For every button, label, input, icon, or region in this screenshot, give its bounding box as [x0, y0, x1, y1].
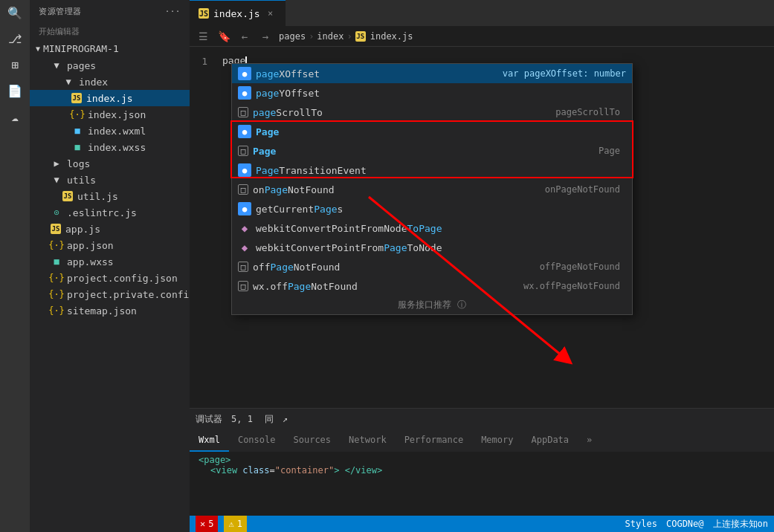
autocomplete-item-pageXOffset[interactable]: ● pageXOffset var pageXOffset: number — [232, 64, 632, 83]
sidebar-item-index-js[interactable]: JS index.js — [30, 90, 190, 106]
ac-label-5: Page — [253, 146, 599, 157]
breadcrumb-pages[interactable]: pages — [279, 31, 306, 42]
json-file-icon: {·} — [71, 108, 83, 120]
git-icon[interactable]: ⎇ — [8, 32, 22, 46]
project-private-label: project.private.config.js... — [67, 289, 190, 300]
ac-label-6: PageTransitionEvent — [256, 165, 620, 176]
json-icon-private: {·} — [51, 288, 62, 300]
panel-line-1: <page> — [199, 455, 765, 465]
sidebar-item-index-wxss[interactable]: ■ index.wxss — [30, 139, 190, 155]
sitemap-label: sitemap.json — [67, 305, 137, 317]
project-config-label: project.config.json — [67, 273, 178, 284]
search-icon[interactable]: 🔍 — [7, 6, 22, 20]
json-icon-sitemap: {·} — [51, 305, 62, 317]
panel-toolbar: 调试器 5, 1 同 ↗ — [190, 409, 774, 429]
extensions-icon[interactable]: ⊞ — [11, 58, 19, 72]
sidebar-item-app-json[interactable]: {·} app.json — [30, 237, 190, 253]
panel-tab-appdata[interactable]: AppData — [522, 429, 578, 452]
folder-open-icon-2: ▼ — [62, 76, 74, 88]
autocomplete-item-getCurrentPages[interactable]: ● getCurrentPages — [232, 199, 632, 218]
sidebar-item-index-json[interactable]: {·} index.json — [30, 106, 190, 123]
tag-page: <page> — [199, 455, 230, 465]
sidebar-item-project-private[interactable]: {·} project.private.config.js... — [30, 286, 190, 302]
panel-tab-performance[interactable]: Performance — [396, 429, 472, 452]
bookmark-icon[interactable]: 🔖 — [216, 29, 231, 44]
sidebar-item-index-wxml[interactable]: ■ index.wxml — [30, 123, 190, 139]
editor-area: JS index.js × ☰ 🔖 ← → pages › index › JS — [190, 0, 774, 532]
autocomplete-item-pageYOffset[interactable]: ● pageYOffset — [232, 83, 632, 103]
folder-label-2: index — [79, 77, 108, 88]
files-icon[interactable]: 📄 — [7, 84, 22, 98]
autocomplete-item-webkit1[interactable]: ◆ webkitConvertPointFromNodeToPage — [232, 218, 632, 238]
sidebar-item-pages[interactable]: ▼ pages — [30, 57, 190, 74]
status-warnings[interactable]: ⚠ 1 — [224, 516, 246, 532]
sidebar-item-logs[interactable]: ▶ logs — [30, 155, 190, 172]
sidebar-item-project-config[interactable]: {·} project.config.json — [30, 270, 190, 286]
autocomplete-item-Page-1[interactable]: ● Page — [232, 122, 632, 141]
ac-detail-1: var pageXOffset: number — [503, 68, 626, 79]
ac-icon-circle-3: ● — [238, 125, 251, 138]
breadcrumb-sep-1: › — [309, 31, 314, 42]
error-count: 5 — [208, 519, 213, 529]
ac-icon-circle-4: ● — [238, 163, 251, 177]
sidebar-item-eslintrc[interactable]: ⊙ .eslintrc.js — [30, 204, 190, 221]
panel-tab-wxml[interactable]: Wxml — [190, 429, 229, 452]
editor-tab-index-js[interactable]: JS index.js × — [190, 0, 286, 26]
panel-tab-more[interactable]: » — [578, 429, 601, 452]
hamburger-icon[interactable]: ☰ — [196, 29, 210, 44]
status-bar: ✕ 5 ⚠ 1 Styles COGDNe@ 上连接未知on — [190, 516, 774, 532]
breadcrumb: pages › index › JS index.js — [279, 26, 413, 47]
ac-icon-square-4: □ — [238, 262, 248, 272]
bottom-panel: 调试器 5, 1 同 ↗ Wxml Console Sources Networ… — [190, 408, 774, 516]
util-js-label: util.js — [77, 191, 118, 202]
panel-tab-network[interactable]: Network — [340, 429, 396, 452]
logs-label: logs — [67, 158, 90, 169]
breadcrumb-index[interactable]: index — [317, 31, 344, 42]
eslint-icon: ⊙ — [51, 207, 62, 218]
autocomplete-item-pageScrollTo[interactable]: □ pageScrollTo pageScrollTo — [232, 103, 632, 122]
ac-icon-circle-2: ● — [238, 86, 251, 100]
maximize-icon[interactable]: ↗ — [283, 414, 288, 424]
ac-label-1: pageXOffset — [256, 68, 503, 80]
sidebar-item-utils[interactable]: ▼ utils — [30, 172, 190, 188]
panel-tab-console[interactable]: Console — [229, 429, 285, 452]
status-cogdne: COGDNe@ — [666, 519, 704, 529]
warn-icon: ⚠ — [228, 519, 233, 529]
status-styles[interactable]: Styles — [625, 519, 657, 529]
autocomplete-item-Page-2[interactable]: □ Page Page — [232, 141, 632, 160]
file-label-json: index.json — [88, 109, 146, 120]
autocomplete-item-wx-offPageNotFound[interactable]: □ wx.offPageNotFound wx.offPageNotFound — [232, 276, 632, 296]
eslintrc-label: .eslintrc.js — [67, 207, 137, 218]
cloud-icon[interactable]: ☁ — [11, 110, 19, 124]
attr-class: class — [242, 465, 269, 476]
editor-toolbar: ☰ 🔖 ← → pages › index › JS index.js — [190, 26, 774, 47]
autocomplete-item-onPageNotFound[interactable]: □ onPageNotFound onPageNotFound — [232, 180, 632, 199]
line-number-1: 1 — [190, 56, 219, 67]
sidebar-item-index-folder[interactable]: ▼ index — [30, 74, 190, 90]
panel-tab-sources[interactable]: Sources — [284, 429, 340, 452]
sidebar-title: 资源管理器 — [39, 6, 82, 17]
sidebar-item-app-wxss[interactable]: ■ app.wxss — [30, 253, 190, 270]
breadcrumb-file[interactable]: index.js — [370, 31, 413, 42]
tag-view-open: <view — [210, 465, 237, 476]
sidebar-more-btn[interactable]: ··· — [165, 7, 181, 16]
ac-detail-11: offPageNotFound — [540, 262, 626, 272]
tab-close-btn[interactable]: × — [265, 7, 277, 19]
autocomplete-item-PageTransitionEvent[interactable]: ● PageTransitionEvent — [232, 160, 632, 180]
sidebar-item-sitemap[interactable]: {·} sitemap.json — [30, 302, 190, 319]
sidebar-item-util-js[interactable]: JS util.js — [30, 188, 190, 204]
sidebar-header: 资源管理器 ··· — [30, 0, 190, 23]
panel-content: <page> <view class="container"> </view> — [190, 452, 774, 516]
panel-tab-memory[interactable]: Memory — [472, 429, 522, 452]
ac-icon-purple-1: ◆ — [238, 221, 251, 235]
ac-label-11: offPageNotFound — [253, 262, 540, 273]
forward-icon[interactable]: → — [258, 29, 273, 44]
back-icon[interactable]: ← — [237, 29, 252, 44]
panel-line-2: <view class="container"> </view> — [199, 465, 765, 476]
autocomplete-item-webkit2[interactable]: ◆ webkitConvertPointFromPageToNode — [232, 238, 632, 257]
sidebar-item-app-js[interactable]: JS app.js — [30, 221, 190, 237]
project-header[interactable]: ▼ MINIPROGRAM-1 — [30, 40, 190, 57]
service-hint[interactable]: 服务接口推荐 ⓘ — [232, 296, 632, 314]
autocomplete-item-offPageNotFound[interactable]: □ offPageNotFound offPageNotFound — [232, 257, 632, 276]
status-errors[interactable]: ✕ 5 — [196, 516, 218, 532]
